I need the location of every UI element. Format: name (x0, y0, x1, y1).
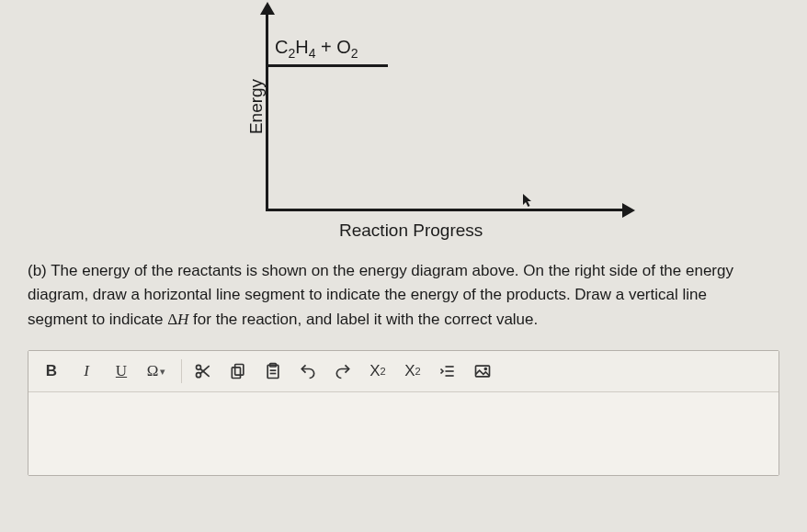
copy-button[interactable] (222, 357, 254, 386)
paste-button[interactable] (257, 357, 289, 386)
y-axis-arrow-icon (260, 2, 275, 15)
svg-point-14 (484, 368, 486, 370)
x-axis-label: Reaction Progress (339, 221, 483, 241)
copy-icon (229, 362, 247, 380)
undo-icon (299, 362, 317, 380)
question-line-3-prefix: segment to indicate (28, 311, 167, 328)
delta-h-symbol: ΔH (167, 311, 188, 328)
reactant-energy-line (268, 64, 388, 67)
toolbar-divider (181, 359, 182, 383)
indent-icon (438, 362, 457, 380)
svg-rect-5 (232, 368, 240, 379)
chevron-down-icon: ▾ (160, 366, 165, 378)
clipboard-icon (264, 362, 282, 380)
superscript-exp: 2 (381, 366, 386, 377)
svg-point-0 (197, 365, 201, 369)
answer-input[interactable] (28, 392, 779, 475)
subscript-button[interactable]: X2 (397, 357, 428, 386)
question-prompt: (b) The energy of the reactants is shown… (28, 259, 779, 332)
x-axis-arrow-icon (622, 203, 635, 218)
cut-button[interactable] (188, 357, 219, 386)
reactant-formula: C2H4 + O2 (275, 37, 358, 61)
omega-icon: Ω (147, 362, 159, 380)
question-line-1: (b) The energy of the reactants is shown… (28, 262, 733, 279)
image-icon (473, 362, 492, 380)
svg-rect-4 (235, 365, 244, 376)
redo-button[interactable] (327, 357, 358, 386)
subscript-sub: 2 (415, 366, 421, 377)
undo-button[interactable] (292, 357, 324, 386)
subscript-base: X (404, 362, 415, 380)
editor-toolbar: B I U Ω▾ X2 (28, 351, 779, 392)
x-axis-line (266, 209, 624, 211)
energy-diagram: Energy Reaction Progress C2H4 + O2 (174, 9, 633, 248)
bold-button[interactable]: B (36, 357, 67, 386)
italic-button[interactable]: I (71, 357, 102, 386)
indent-button[interactable] (432, 357, 463, 386)
superscript-button[interactable]: X2 (362, 357, 393, 386)
underline-button[interactable]: U (106, 357, 137, 386)
y-axis-label: Energy (246, 79, 267, 134)
question-line-3-suffix: for the reaction, and label it with the … (188, 311, 538, 328)
scissors-icon (194, 362, 212, 380)
redo-icon (334, 362, 352, 380)
superscript-base: X (369, 362, 380, 380)
special-char-button[interactable]: Ω▾ (141, 357, 172, 386)
svg-point-1 (197, 373, 201, 378)
insert-image-button[interactable] (467, 357, 498, 386)
rich-text-editor: B I U Ω▾ X2 (28, 350, 779, 476)
question-line-2: diagram, draw a horizontal line segment … (28, 286, 707, 303)
